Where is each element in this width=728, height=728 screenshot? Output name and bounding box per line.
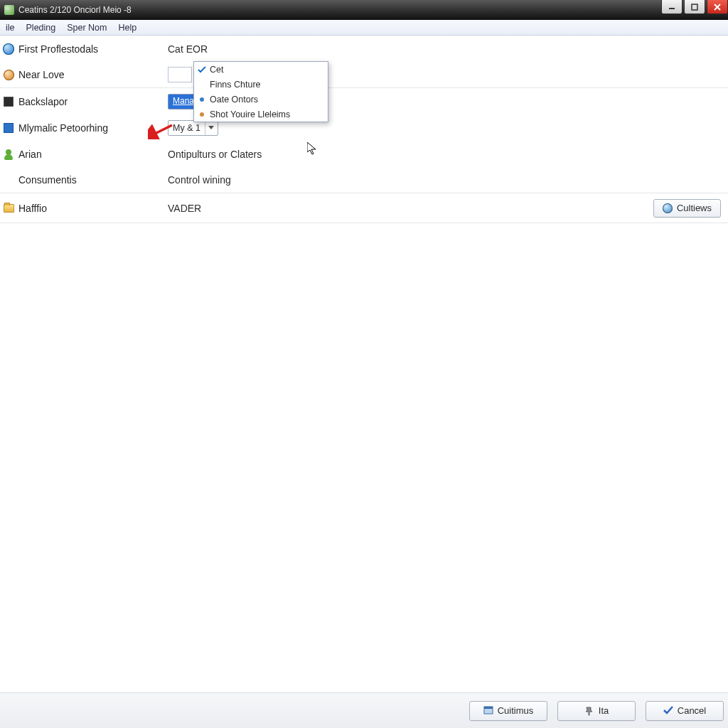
square-blue-icon — [3, 122, 14, 134]
cuitimus-button[interactable]: Cuitimus — [469, 701, 547, 721]
window-icon — [483, 706, 493, 716]
blank-icon — [3, 174, 14, 186]
circle-blue-icon — [3, 43, 14, 55]
person-icon — [3, 149, 14, 160]
button-label: Cancel — [678, 705, 706, 716]
bullet-icon — [194, 97, 210, 102]
button-label: Cultiews — [677, 203, 712, 213]
menu-item-help[interactable]: Help — [113, 23, 143, 33]
globe-icon — [663, 203, 673, 213]
dropdown-item-label: Oate Ontors — [210, 95, 258, 105]
window-title: Ceatins 2/120 Onciorl Meio -8 — [18, 5, 132, 15]
svg-point-6 — [200, 112, 204, 117]
content-area: First Proflestodals Cat EOR Near Love Ba… — [0, 36, 728, 223]
cultiews-button[interactable]: Cultiews — [653, 199, 721, 218]
close-icon — [714, 4, 721, 11]
close-button[interactable] — [707, 0, 728, 14]
orb-orange-icon — [3, 69, 14, 80]
button-label: Cuitimus — [498, 705, 534, 716]
row-label: Arian — [18, 149, 168, 160]
dropdown-item-shot[interactable]: Shot Youire Lleleims — [194, 107, 328, 122]
svg-point-5 — [200, 97, 204, 102]
menu-bar: ile Pleding Sper Nom Help — [0, 20, 728, 36]
dropdown-item-label: Finns Chture — [210, 80, 261, 90]
chevron-down-icon — [205, 121, 218, 135]
dropdown-item-label: Shot Youire Lleleims — [210, 109, 290, 119]
minimize-icon — [668, 4, 675, 11]
row-label: Mlymalic Petoorhing — [18, 122, 168, 134]
row-arian: Arian Ontipulturs or Claters — [0, 141, 728, 167]
dropdown-item-finns[interactable]: Finns Chture — [194, 77, 328, 92]
check-icon — [663, 706, 673, 716]
check-icon — [194, 66, 210, 73]
row-label: Hafffio — [18, 203, 168, 214]
window-buttons — [660, 0, 728, 16]
row-first-profiestodals: First Proflestodals Cat EOR — [0, 36, 728, 62]
footer-bar: Cuitimus Ita Cancel — [0, 692, 728, 728]
row-backslapor: Backslapor Mana — [0, 88, 728, 114]
pin-icon — [584, 706, 594, 716]
ita-button[interactable]: Ita — [557, 701, 636, 721]
combo-text: My & 1 — [168, 123, 205, 133]
button-label: Ita — [599, 705, 609, 716]
row-hafffio: Hafffio VADER Cultiews — [0, 193, 728, 223]
row-label: First Proflestodals — [18, 43, 168, 55]
menu-item-file[interactable]: ile — [0, 23, 21, 33]
row-label: Backslapor — [18, 96, 168, 107]
maximize-button[interactable] — [684, 0, 705, 14]
row-label: Consumentis — [18, 174, 168, 186]
svg-marker-4 — [208, 126, 214, 129]
menu-item-pleding[interactable]: Pleding — [21, 23, 62, 33]
dropdown-item-oate[interactable]: Oate Ontors — [194, 92, 328, 107]
minimize-button[interactable] — [661, 0, 682, 14]
app-icon — [4, 5, 14, 15]
row-value: VADER — [168, 203, 653, 214]
row-label: Near Love — [18, 69, 168, 80]
row-consumentis: Consumentis Control wining — [0, 167, 728, 193]
dropdown-item-cet[interactable]: Cet — [194, 62, 328, 77]
menu-item-spernom[interactable]: Sper Nom — [61, 23, 112, 33]
bullet-icon — [194, 112, 210, 117]
svg-rect-11 — [484, 707, 493, 709]
dropdown-menu: Cet Finns Chture Oate Ontors Shot Youire… — [193, 61, 328, 122]
folder-icon — [3, 203, 14, 214]
text-input[interactable] — [168, 67, 192, 82]
svg-rect-1 — [692, 4, 697, 10]
row-value: Ontipulturs or Claters — [168, 149, 728, 160]
maximize-icon — [691, 4, 698, 11]
square-dark-icon — [3, 96, 14, 107]
title-bar: Ceatins 2/120 Onciorl Meio -8 — [0, 0, 728, 20]
row-value: Control wining — [168, 174, 728, 186]
row-right: Cultiews — [653, 199, 721, 218]
dropdown-item-label: Cet — [210, 65, 223, 75]
cancel-button[interactable]: Cancel — [646, 701, 724, 721]
row-mlymalic: Mlymalic Petoorhing My & 1 — [0, 114, 728, 141]
row-value: Cat EOR — [168, 43, 728, 55]
row-near-love: Near Love — [0, 62, 728, 88]
